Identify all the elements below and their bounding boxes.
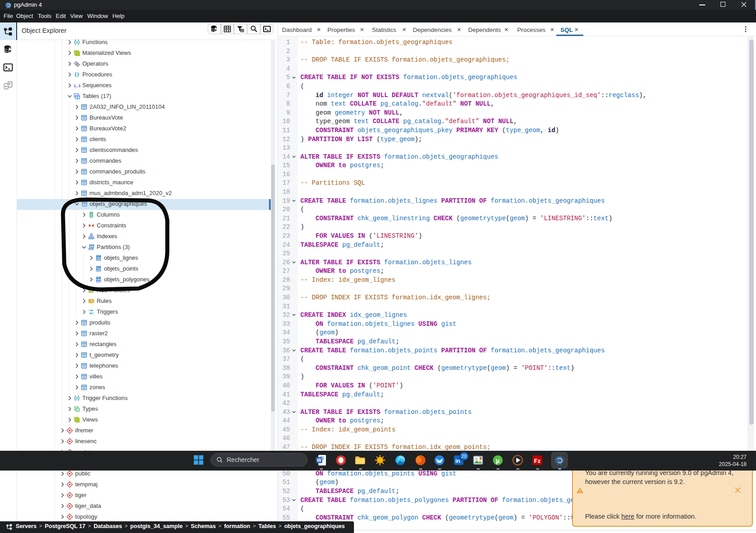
svg-text:µ: µ xyxy=(496,457,500,464)
svg-text:W: W xyxy=(317,457,322,463)
svg-text:Fz: Fz xyxy=(534,457,541,464)
svg-text:20: 20 xyxy=(461,453,467,459)
svg-text:1..3: 1..3 xyxy=(74,84,81,88)
